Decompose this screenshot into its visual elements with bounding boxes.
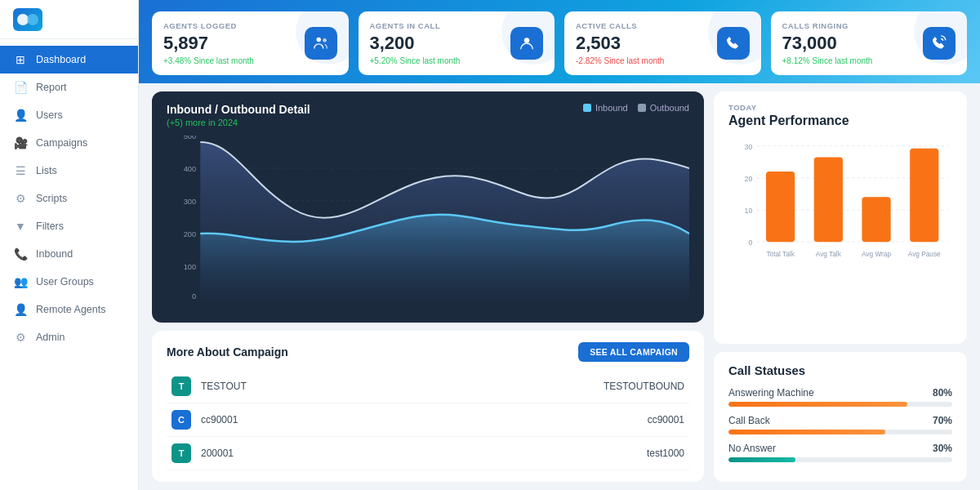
sidebar-item-label: Filters: [36, 220, 64, 232]
sidebar-item-label: User Groups: [36, 276, 94, 287]
progress-fill-1: [728, 430, 885, 434]
svg-text:100: 100: [184, 263, 196, 271]
see-all-campaign-button[interactable]: SEE ALL CAMPAIGN: [578, 342, 689, 362]
call-statuses-card: Call Statuses Answering Machine 80% Call…: [714, 352, 967, 482]
stat-value-1: 3,200: [370, 33, 511, 53]
stat-value-3: 73,000: [782, 33, 924, 53]
camp-icon-1: C: [172, 410, 191, 430]
svg-text:10: 10: [745, 207, 753, 215]
svg-text:30: 30: [745, 143, 753, 151]
campaigns-icon: 🎥: [13, 136, 28, 149]
sidebar-item-user-groups[interactable]: 👥 User Groups: [0, 268, 138, 296]
remote-agents-icon: 👤: [13, 303, 28, 316]
stat-change-0: +3.48% Since last month: [163, 56, 305, 65]
campaign-header: More About Campaign SEE ALL CAMPAIGN: [167, 342, 689, 362]
perf-title: Agent Performance: [728, 114, 952, 128]
svg-text:0: 0: [748, 238, 752, 247]
svg-rect-39: [814, 158, 843, 243]
status-name-0: Answering Machine: [728, 387, 814, 399]
sidebar-item-users[interactable]: 👤 Users: [0, 101, 138, 129]
call-statuses-title: Call Statuses: [728, 363, 952, 377]
sidebar-item-label: Remote Agents: [36, 304, 105, 315]
dashboard-icon: ⊞: [13, 53, 28, 66]
stat-active-calls: ACTIVE CALLS 2,503 -2.82% Since last mon…: [564, 11, 761, 75]
stat-agents-in-call: AGENTS IN CALL 3,200 +5.20% Since last m…: [359, 11, 555, 75]
progress-fill-0: [728, 402, 907, 407]
svg-text:400: 400: [184, 165, 196, 173]
left-panel: Inbound / Outbound Detail (+5) more in 2…: [152, 91, 704, 482]
status-name-2: No Answer: [728, 443, 776, 454]
sidebar-item-admin[interactable]: ⚙ Admin: [0, 323, 138, 351]
stat-icon-1: [510, 27, 543, 60]
stat-icon-2: [717, 27, 750, 60]
legend-inbound-dot: [583, 104, 591, 112]
sidebar-item-report[interactable]: 📄 Report: [0, 74, 138, 101]
sidebar: ⊞ Dashboard 📄 Report 👤 Users 🎥 Campaigns…: [0, 0, 139, 490]
stats-row: AGENTS LOGGED 5,897 +3.48% Since last mo…: [139, 0, 980, 83]
svg-text:200: 200: [184, 230, 196, 238]
lists-icon: ☰: [13, 164, 28, 177]
sidebar-item-scripts[interactable]: ⚙ Scripts: [0, 185, 138, 212]
stat-value-0: 5,897: [163, 33, 305, 53]
status-pct-1: 70%: [933, 415, 952, 426]
svg-text:Avg Wrap: Avg Wrap: [862, 250, 892, 258]
campaign-table: T TESTOUT TESTOUTBOUND C cc90001 cc90001…: [167, 370, 689, 470]
svg-point-4: [524, 38, 529, 42]
legend-inbound: Inbound: [583, 103, 628, 113]
sidebar-item-lists[interactable]: ☰ Lists: [0, 157, 138, 185]
sidebar-item-label: Admin: [36, 332, 65, 343]
stat-icon-0: [305, 27, 337, 60]
sidebar-item-label: Campaigns: [36, 137, 87, 149]
stat-label-1: AGENTS IN CALL: [370, 21, 511, 30]
stat-icon-3: [923, 27, 956, 60]
content-area: Inbound / Outbound Detail (+5) more in 2…: [139, 83, 980, 490]
stat-calls-ringing: CALLS RINGING 73,000 +8.12% Since last m…: [771, 11, 968, 75]
sidebar-item-label: Users: [36, 109, 63, 121]
sidebar-item-dashboard[interactable]: ⊞ Dashboard: [0, 46, 138, 74]
svg-rect-41: [862, 198, 890, 243]
camp-bound-1: cc90001: [383, 403, 689, 437]
camp-name-2: 200001: [196, 437, 383, 470]
svg-text:300: 300: [184, 198, 196, 206]
sidebar-item-inbound[interactable]: 📞 Inbound: [0, 240, 138, 268]
stat-label-0: AGENTS LOGGED: [163, 21, 305, 30]
table-row: T TESTOUT TESTOUTBOUND: [167, 370, 689, 403]
stat-change-3: +8.12% Since last month: [782, 56, 924, 65]
status-name-1: Call Back: [728, 415, 770, 426]
nav: ⊞ Dashboard 📄 Report 👤 Users 🎥 Campaigns…: [0, 39, 138, 490]
campaign-card: More About Campaign SEE ALL CAMPAIGN T T…: [152, 331, 704, 482]
camp-bound-0: TESTOUTBOUND: [383, 370, 689, 403]
stat-label-3: CALLS RINGING: [782, 21, 924, 30]
legend-outbound-dot: [638, 104, 646, 112]
sidebar-item-label: Scripts: [36, 193, 67, 204]
sidebar-item-remote-agents[interactable]: 👤 Remote Agents: [0, 296, 138, 323]
chart-svg: 500 400 300 200 100 0 Jan Feb Mar Apr Ma…: [167, 136, 689, 299]
sidebar-item-label: Report: [36, 82, 67, 93]
main-content: AGENTS LOGGED 5,897 +3.48% Since last mo…: [139, 0, 980, 490]
sidebar-item-campaigns[interactable]: 🎥 Campaigns: [0, 129, 138, 157]
scripts-icon: ⚙: [13, 192, 28, 205]
status-pct-0: 80%: [933, 387, 952, 399]
status-pct-2: 30%: [933, 443, 952, 454]
camp-name-0: TESTOUT: [196, 370, 383, 403]
perf-chart-svg: 30 20 10 0 Total Talk Avg Talk Avg Wrap: [728, 136, 952, 283]
sidebar-item-filters[interactable]: ▼ Filters: [0, 212, 138, 240]
camp-icon-2: T: [172, 443, 191, 463]
chart-area: 500 400 300 200 100 0 Jan Feb Mar Apr Ma…: [167, 136, 689, 299]
status-row-0: Answering Machine 80%: [728, 387, 952, 407]
campaign-title: More About Campaign: [167, 345, 288, 359]
sidebar-item-label: Inbound: [36, 248, 73, 260]
stat-value-2: 2,503: [576, 33, 717, 53]
progress-bar-2: [728, 457, 952, 462]
user-groups-icon: 👥: [13, 275, 28, 288]
right-panel: TODAY Agent Performance 30 20 10 0: [714, 91, 967, 482]
sidebar-item-label: Dashboard: [36, 54, 86, 65]
svg-text:500: 500: [184, 136, 196, 140]
svg-text:Avg Talk: Avg Talk: [816, 250, 842, 258]
progress-fill-2: [728, 457, 795, 462]
performance-card: TODAY Agent Performance 30 20 10 0: [714, 91, 967, 344]
chart-legend: Inbound Outbound: [583, 103, 689, 113]
progress-bar-1: [728, 430, 952, 434]
stat-agents-logged: AGENTS LOGGED 5,897 +3.48% Since last mo…: [152, 11, 349, 75]
stat-change-1: +5.20% Since last month: [370, 56, 511, 65]
